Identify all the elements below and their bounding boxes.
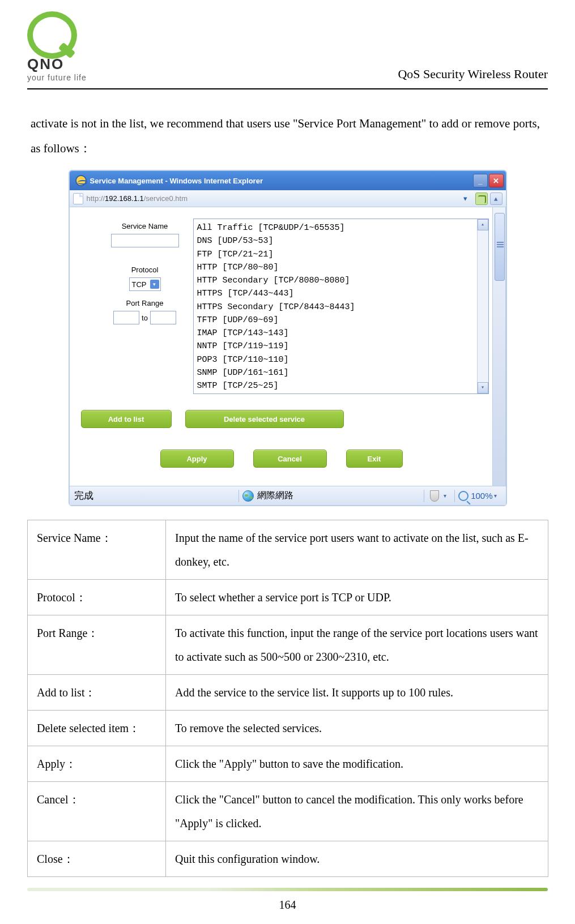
list-item[interactable]: TFTP [UDP/69~69] xyxy=(197,314,486,327)
zoom-percent: 100% xyxy=(471,491,492,500)
port-to-label: to xyxy=(142,314,148,322)
scroll-up-icon[interactable]: ▴ xyxy=(478,219,488,230)
list-item[interactable]: All Traffic [TCP&UDP/1~65535] xyxy=(197,221,486,234)
table-row: Close：Quit this configuration window. xyxy=(28,841,548,877)
list-item[interactable]: HTTP [TCP/80~80] xyxy=(197,261,486,274)
globe-icon xyxy=(242,490,254,502)
exit-button[interactable]: Exit xyxy=(346,450,403,468)
feed-icon[interactable] xyxy=(475,192,488,205)
table-row: Apply：Click the "Apply" button to save t… xyxy=(28,746,548,782)
footer-divider xyxy=(27,888,548,891)
close-button[interactable]: ✕ xyxy=(489,174,504,187)
page-number: 164 xyxy=(0,899,575,912)
security-zone: 網際網路 xyxy=(257,490,421,502)
apply-button[interactable]: Apply xyxy=(160,450,234,468)
service-listbox[interactable]: All Traffic [TCP&UDP/1~65535] DNS [UDP/5… xyxy=(193,219,489,394)
protocol-select[interactable]: TCP ▾ xyxy=(129,277,161,291)
minimize-button[interactable]: _ xyxy=(473,174,488,187)
service-name-label: Service Name xyxy=(97,222,193,230)
zoom-icon[interactable] xyxy=(458,491,468,501)
window-title: Service Management - Windows Internet Ex… xyxy=(90,177,472,185)
list-item[interactable]: TELNET [TCP/23~23] xyxy=(197,392,486,394)
url-text: http://192.168.1.1/service0.htm xyxy=(87,194,458,203)
add-to-list-button[interactable]: Add to list xyxy=(81,410,172,428)
scroll-down-icon[interactable]: ▾ xyxy=(478,382,488,393)
page-icon xyxy=(73,193,83,204)
list-item[interactable]: SMTP [TCP/25~25] xyxy=(197,379,486,392)
document-title: QoS Security Wireless Router xyxy=(398,67,548,82)
shield-icon xyxy=(428,490,441,502)
table-row: Add to list：Add the service to the servi… xyxy=(28,675,548,711)
protocol-label: Protocol xyxy=(97,266,193,274)
table-row: Cancel：Click the "Cancel" button to canc… xyxy=(28,782,548,841)
service-name-input[interactable] xyxy=(111,234,179,247)
dropdown-icon[interactable]: ▾ xyxy=(444,493,446,499)
description-table: Service Name：Input the name of the servi… xyxy=(27,520,548,877)
listbox-scrollbar[interactable]: ▴ ▾ xyxy=(477,219,488,393)
port-to-input[interactable] xyxy=(150,311,176,324)
scroll-up-button[interactable]: ▴ xyxy=(490,192,502,205)
list-item[interactable]: HTTPS Secondary [TCP/8443~8443] xyxy=(197,301,486,314)
list-item[interactable]: FTP [TCP/21~21] xyxy=(197,248,486,261)
zoom-dropdown-icon[interactable]: ▾ xyxy=(494,493,497,499)
list-item[interactable]: HTTP Secondary [TCP/8080~8080] xyxy=(197,274,486,287)
ie-icon xyxy=(75,175,87,186)
table-row: Delete selected item：To remove the selec… xyxy=(28,711,548,746)
table-row: Service Name：Input the name of the servi… xyxy=(28,520,548,580)
status-done: 完成 xyxy=(74,489,235,502)
address-bar[interactable]: http://192.168.1.1/service0.htm ▾ ▴ xyxy=(70,190,506,207)
protocol-value: TCP xyxy=(132,280,147,289)
port-from-input[interactable] xyxy=(113,311,139,324)
delete-selected-button[interactable]: Delete selected service xyxy=(185,410,344,428)
table-row: Port Range：To activate this function, in… xyxy=(28,615,548,675)
list-item[interactable]: DNS [UDP/53~53] xyxy=(197,234,486,247)
scrollbar-thumb[interactable] xyxy=(495,213,505,281)
list-item[interactable]: POP3 [TCP/110~110] xyxy=(197,353,486,366)
list-item[interactable]: NNTP [TCP/119~119] xyxy=(197,340,486,353)
list-item[interactable]: HTTPS [TCP/443~443] xyxy=(197,287,486,300)
embedded-screenshot: Service Management - Windows Internet Ex… xyxy=(69,170,507,506)
chevron-down-icon: ▾ xyxy=(150,280,159,289)
port-range-label: Port Range xyxy=(97,299,193,307)
table-row: Protocol：To select whether a service por… xyxy=(28,580,548,615)
intro-text: activate is not in the list, we recommen… xyxy=(27,111,548,168)
cancel-button[interactable]: Cancel xyxy=(253,450,327,468)
header-rule xyxy=(27,88,548,89)
status-bar: 完成 網際網路 ▾ 100% ▾ xyxy=(70,486,506,505)
window-titlebar: Service Management - Windows Internet Ex… xyxy=(70,171,506,190)
list-item[interactable]: SNMP [UDP/161~161] xyxy=(197,366,486,379)
addr-dropdown-icon[interactable]: ▾ xyxy=(461,194,471,203)
list-item[interactable]: IMAP [TCP/143~143] xyxy=(197,327,486,340)
